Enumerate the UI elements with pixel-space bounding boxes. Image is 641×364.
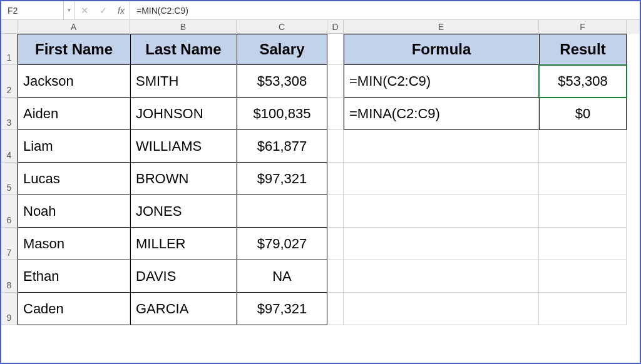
row-7: 7 Mason MILLER $79,027 — [1, 228, 640, 260]
formula-input[interactable]: =MIN(C2:C9) — [130, 6, 640, 16]
cell-c9[interactable]: $97,321 — [237, 293, 327, 325]
cell-d2[interactable] — [327, 65, 344, 98]
row-header-1[interactable]: 1 — [1, 34, 18, 65]
cell-a2[interactable]: Jackson — [18, 65, 130, 98]
name-box-dropdown-icon[interactable]: ▼ — [64, 1, 75, 19]
cell-d9[interactable] — [327, 293, 344, 325]
cell-f5[interactable] — [539, 163, 627, 195]
cell-e6[interactable] — [344, 195, 539, 228]
row-header-7[interactable]: 7 — [1, 228, 18, 260]
cell-b7[interactable]: MILLER — [130, 228, 237, 260]
cell-a7[interactable]: Mason — [18, 228, 130, 260]
cell-d1[interactable] — [327, 34, 344, 65]
cell-b4[interactable]: WILLIAMS — [130, 130, 237, 163]
cell-c2[interactable]: $53,308 — [237, 65, 327, 98]
cell-f2[interactable]: $53,308 — [539, 65, 627, 98]
cell-b6[interactable]: JONES — [130, 195, 237, 228]
cell-e8[interactable] — [344, 260, 539, 293]
name-box[interactable]: F2 — [1, 1, 64, 19]
row-5: 5 Lucas BROWN $97,321 — [1, 163, 640, 195]
cell-d7[interactable] — [327, 228, 344, 260]
cell-c7[interactable]: $79,027 — [237, 228, 327, 260]
cancel-icon[interactable]: ✕ — [75, 1, 94, 19]
row-header-4[interactable]: 4 — [1, 130, 18, 163]
cell-a8[interactable]: Ethan — [18, 260, 130, 293]
cell-c4[interactable]: $61,877 — [237, 130, 327, 163]
row-2: 2 Jackson SMITH $53,308 =MIN(C2:C9) $53,… — [1, 65, 640, 98]
row-9: 9 Caden GARCIA $97,321 — [1, 293, 640, 325]
cell-a9[interactable]: Caden — [18, 293, 130, 325]
cell-c8[interactable]: NA — [237, 260, 327, 293]
col-header-f[interactable]: F — [539, 20, 627, 34]
cell-f9[interactable] — [539, 293, 627, 325]
fx-icon[interactable]: fx — [113, 1, 130, 19]
cell-b2[interactable]: SMITH — [130, 65, 237, 98]
row-header-6[interactable]: 6 — [1, 195, 18, 228]
cell-f6[interactable] — [539, 195, 627, 228]
cell-a3[interactable]: Aiden — [18, 98, 130, 130]
cell-e3[interactable]: =MINA(C2:C9) — [344, 98, 539, 130]
cell-d6[interactable] — [327, 195, 344, 228]
row-1: 1 First Name Last Name Salary Formula Re… — [1, 34, 640, 65]
cell-b8[interactable]: DAVIS — [130, 260, 237, 293]
header-last-name[interactable]: Last Name — [130, 34, 237, 65]
cell-e9[interactable] — [344, 293, 539, 325]
cell-d4[interactable] — [327, 130, 344, 163]
formula-bar: F2 ▼ ✕ ✓ fx =MIN(C2:C9) — [1, 1, 640, 20]
col-header-b[interactable]: B — [130, 20, 237, 34]
cell-e4[interactable] — [344, 130, 539, 163]
cell-d5[interactable] — [327, 163, 344, 195]
row-header-3[interactable]: 3 — [1, 98, 18, 130]
select-all-corner[interactable] — [1, 20, 18, 34]
cell-a4[interactable]: Liam — [18, 130, 130, 163]
row-header-5[interactable]: 5 — [1, 163, 18, 195]
enter-icon[interactable]: ✓ — [94, 1, 113, 19]
cell-c6[interactable] — [237, 195, 327, 228]
row-8: 8 Ethan DAVIS NA — [1, 260, 640, 293]
row-6: 6 Noah JONES — [1, 195, 640, 228]
cell-c3[interactable]: $100,835 — [237, 98, 327, 130]
header-first-name[interactable]: First Name — [18, 34, 130, 65]
column-headers: A B C D E F — [1, 20, 640, 34]
cell-d8[interactable] — [327, 260, 344, 293]
row-3: 3 Aiden JOHNSON $100,835 =MINA(C2:C9) $0 — [1, 98, 640, 130]
cell-f3[interactable]: $0 — [539, 98, 627, 130]
header-formula[interactable]: Formula — [344, 34, 539, 65]
cell-d3[interactable] — [327, 98, 344, 130]
header-result[interactable]: Result — [539, 34, 627, 65]
cell-b9[interactable]: GARCIA — [130, 293, 237, 325]
cell-e5[interactable] — [344, 163, 539, 195]
cell-e7[interactable] — [344, 228, 539, 260]
col-header-a[interactable]: A — [18, 20, 130, 34]
cell-b3[interactable]: JOHNSON — [130, 98, 237, 130]
cell-a6[interactable]: Noah — [18, 195, 130, 228]
col-header-e[interactable]: E — [344, 20, 539, 34]
cell-f8[interactable] — [539, 260, 627, 293]
cell-f4[interactable] — [539, 130, 627, 163]
col-header-d[interactable]: D — [327, 20, 344, 34]
row-4: 4 Liam WILLIAMS $61,877 — [1, 130, 640, 163]
cell-a5[interactable]: Lucas — [18, 163, 130, 195]
cell-f7[interactable] — [539, 228, 627, 260]
spreadsheet-grid: A B C D E F 1 First Name Last Name Salar… — [1, 20, 640, 325]
row-header-8[interactable]: 8 — [1, 260, 18, 293]
header-salary[interactable]: Salary — [237, 34, 327, 65]
row-header-2[interactable]: 2 — [1, 65, 18, 98]
cell-b5[interactable]: BROWN — [130, 163, 237, 195]
cell-c5[interactable]: $97,321 — [237, 163, 327, 195]
col-header-c[interactable]: C — [237, 20, 327, 34]
row-header-9[interactable]: 9 — [1, 293, 18, 325]
cell-e2[interactable]: =MIN(C2:C9) — [344, 65, 539, 98]
